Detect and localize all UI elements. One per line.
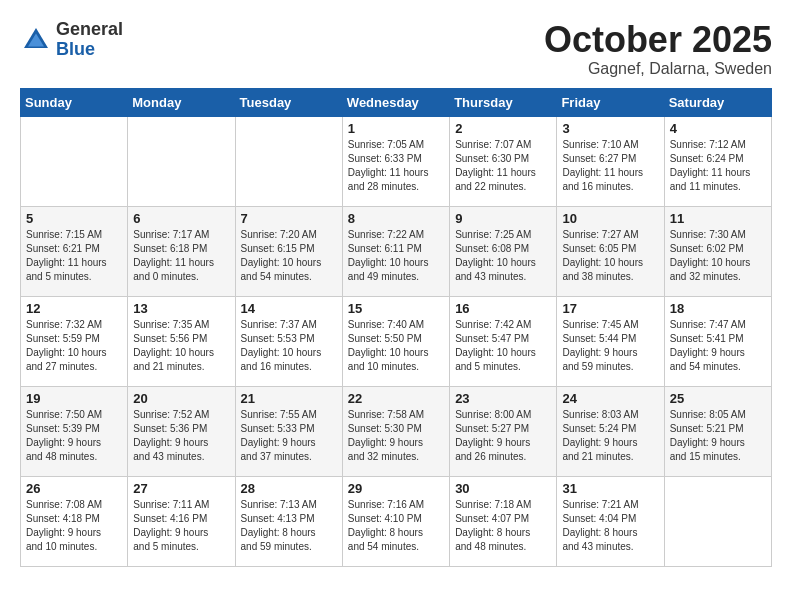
day-info: Sunrise: 7:13 AM Sunset: 4:13 PM Dayligh…	[241, 498, 337, 554]
calendar-cell: 19Sunrise: 7:50 AM Sunset: 5:39 PM Dayli…	[21, 386, 128, 476]
day-number: 6	[133, 211, 229, 226]
page-header: General Blue October 2025 Gagnef, Dalarn…	[20, 20, 772, 78]
day-info: Sunrise: 7:07 AM Sunset: 6:30 PM Dayligh…	[455, 138, 551, 194]
calendar-cell: 16Sunrise: 7:42 AM Sunset: 5:47 PM Dayli…	[450, 296, 557, 386]
calendar-cell: 5Sunrise: 7:15 AM Sunset: 6:21 PM Daylig…	[21, 206, 128, 296]
day-info: Sunrise: 7:42 AM Sunset: 5:47 PM Dayligh…	[455, 318, 551, 374]
weekday-header-friday: Friday	[557, 88, 664, 116]
day-number: 26	[26, 481, 122, 496]
logo-icon	[20, 24, 52, 56]
calendar-cell: 28Sunrise: 7:13 AM Sunset: 4:13 PM Dayli…	[235, 476, 342, 566]
day-info: Sunrise: 7:16 AM Sunset: 4:10 PM Dayligh…	[348, 498, 444, 554]
location-subtitle: Gagnef, Dalarna, Sweden	[544, 60, 772, 78]
day-info: Sunrise: 7:17 AM Sunset: 6:18 PM Dayligh…	[133, 228, 229, 284]
calendar-cell	[664, 476, 771, 566]
calendar-cell: 21Sunrise: 7:55 AM Sunset: 5:33 PM Dayli…	[235, 386, 342, 476]
day-number: 27	[133, 481, 229, 496]
calendar-cell: 20Sunrise: 7:52 AM Sunset: 5:36 PM Dayli…	[128, 386, 235, 476]
day-info: Sunrise: 7:40 AM Sunset: 5:50 PM Dayligh…	[348, 318, 444, 374]
calendar-cell: 15Sunrise: 7:40 AM Sunset: 5:50 PM Dayli…	[342, 296, 449, 386]
day-number: 4	[670, 121, 766, 136]
day-info: Sunrise: 7:58 AM Sunset: 5:30 PM Dayligh…	[348, 408, 444, 464]
calendar-cell: 26Sunrise: 7:08 AM Sunset: 4:18 PM Dayli…	[21, 476, 128, 566]
weekday-header-saturday: Saturday	[664, 88, 771, 116]
calendar-cell: 24Sunrise: 8:03 AM Sunset: 5:24 PM Dayli…	[557, 386, 664, 476]
day-info: Sunrise: 7:52 AM Sunset: 5:36 PM Dayligh…	[133, 408, 229, 464]
day-number: 7	[241, 211, 337, 226]
calendar-cell: 12Sunrise: 7:32 AM Sunset: 5:59 PM Dayli…	[21, 296, 128, 386]
day-number: 16	[455, 301, 551, 316]
day-number: 30	[455, 481, 551, 496]
day-info: Sunrise: 7:30 AM Sunset: 6:02 PM Dayligh…	[670, 228, 766, 284]
weekday-header-row: SundayMondayTuesdayWednesdayThursdayFrid…	[21, 88, 772, 116]
day-number: 19	[26, 391, 122, 406]
logo-text: General Blue	[56, 20, 123, 60]
week-row-5: 26Sunrise: 7:08 AM Sunset: 4:18 PM Dayli…	[21, 476, 772, 566]
calendar-cell: 14Sunrise: 7:37 AM Sunset: 5:53 PM Dayli…	[235, 296, 342, 386]
day-number: 3	[562, 121, 658, 136]
day-number: 2	[455, 121, 551, 136]
calendar-table: SundayMondayTuesdayWednesdayThursdayFrid…	[20, 88, 772, 567]
calendar-cell: 23Sunrise: 8:00 AM Sunset: 5:27 PM Dayli…	[450, 386, 557, 476]
calendar-cell: 31Sunrise: 7:21 AM Sunset: 4:04 PM Dayli…	[557, 476, 664, 566]
calendar-cell: 29Sunrise: 7:16 AM Sunset: 4:10 PM Dayli…	[342, 476, 449, 566]
week-row-2: 5Sunrise: 7:15 AM Sunset: 6:21 PM Daylig…	[21, 206, 772, 296]
day-number: 11	[670, 211, 766, 226]
week-row-4: 19Sunrise: 7:50 AM Sunset: 5:39 PM Dayli…	[21, 386, 772, 476]
calendar-cell: 9Sunrise: 7:25 AM Sunset: 6:08 PM Daylig…	[450, 206, 557, 296]
day-info: Sunrise: 7:15 AM Sunset: 6:21 PM Dayligh…	[26, 228, 122, 284]
day-number: 9	[455, 211, 551, 226]
day-info: Sunrise: 7:18 AM Sunset: 4:07 PM Dayligh…	[455, 498, 551, 554]
day-info: Sunrise: 7:27 AM Sunset: 6:05 PM Dayligh…	[562, 228, 658, 284]
calendar-cell: 8Sunrise: 7:22 AM Sunset: 6:11 PM Daylig…	[342, 206, 449, 296]
calendar-cell: 17Sunrise: 7:45 AM Sunset: 5:44 PM Dayli…	[557, 296, 664, 386]
day-number: 21	[241, 391, 337, 406]
day-number: 10	[562, 211, 658, 226]
day-number: 23	[455, 391, 551, 406]
day-info: Sunrise: 7:05 AM Sunset: 6:33 PM Dayligh…	[348, 138, 444, 194]
weekday-header-wednesday: Wednesday	[342, 88, 449, 116]
weekday-header-thursday: Thursday	[450, 88, 557, 116]
calendar-cell: 13Sunrise: 7:35 AM Sunset: 5:56 PM Dayli…	[128, 296, 235, 386]
day-info: Sunrise: 8:05 AM Sunset: 5:21 PM Dayligh…	[670, 408, 766, 464]
calendar-cell	[128, 116, 235, 206]
day-info: Sunrise: 7:22 AM Sunset: 6:11 PM Dayligh…	[348, 228, 444, 284]
day-info: Sunrise: 7:37 AM Sunset: 5:53 PM Dayligh…	[241, 318, 337, 374]
day-number: 29	[348, 481, 444, 496]
calendar-cell: 11Sunrise: 7:30 AM Sunset: 6:02 PM Dayli…	[664, 206, 771, 296]
day-number: 18	[670, 301, 766, 316]
day-number: 22	[348, 391, 444, 406]
title-block: October 2025 Gagnef, Dalarna, Sweden	[544, 20, 772, 78]
week-row-3: 12Sunrise: 7:32 AM Sunset: 5:59 PM Dayli…	[21, 296, 772, 386]
calendar-cell: 22Sunrise: 7:58 AM Sunset: 5:30 PM Dayli…	[342, 386, 449, 476]
calendar-cell: 1Sunrise: 7:05 AM Sunset: 6:33 PM Daylig…	[342, 116, 449, 206]
day-number: 5	[26, 211, 122, 226]
day-info: Sunrise: 7:55 AM Sunset: 5:33 PM Dayligh…	[241, 408, 337, 464]
day-info: Sunrise: 7:12 AM Sunset: 6:24 PM Dayligh…	[670, 138, 766, 194]
weekday-header-tuesday: Tuesday	[235, 88, 342, 116]
day-info: Sunrise: 7:47 AM Sunset: 5:41 PM Dayligh…	[670, 318, 766, 374]
day-number: 25	[670, 391, 766, 406]
calendar-cell: 18Sunrise: 7:47 AM Sunset: 5:41 PM Dayli…	[664, 296, 771, 386]
day-info: Sunrise: 8:03 AM Sunset: 5:24 PM Dayligh…	[562, 408, 658, 464]
weekday-header-sunday: Sunday	[21, 88, 128, 116]
day-info: Sunrise: 7:08 AM Sunset: 4:18 PM Dayligh…	[26, 498, 122, 554]
day-info: Sunrise: 7:21 AM Sunset: 4:04 PM Dayligh…	[562, 498, 658, 554]
logo: General Blue	[20, 20, 123, 60]
day-info: Sunrise: 7:11 AM Sunset: 4:16 PM Dayligh…	[133, 498, 229, 554]
day-number: 12	[26, 301, 122, 316]
calendar-cell: 6Sunrise: 7:17 AM Sunset: 6:18 PM Daylig…	[128, 206, 235, 296]
calendar-cell: 4Sunrise: 7:12 AM Sunset: 6:24 PM Daylig…	[664, 116, 771, 206]
day-number: 28	[241, 481, 337, 496]
weekday-header-monday: Monday	[128, 88, 235, 116]
day-number: 13	[133, 301, 229, 316]
day-number: 1	[348, 121, 444, 136]
day-info: Sunrise: 7:25 AM Sunset: 6:08 PM Dayligh…	[455, 228, 551, 284]
calendar-cell: 7Sunrise: 7:20 AM Sunset: 6:15 PM Daylig…	[235, 206, 342, 296]
day-info: Sunrise: 7:32 AM Sunset: 5:59 PM Dayligh…	[26, 318, 122, 374]
calendar-cell: 10Sunrise: 7:27 AM Sunset: 6:05 PM Dayli…	[557, 206, 664, 296]
day-info: Sunrise: 7:10 AM Sunset: 6:27 PM Dayligh…	[562, 138, 658, 194]
day-info: Sunrise: 7:50 AM Sunset: 5:39 PM Dayligh…	[26, 408, 122, 464]
day-number: 17	[562, 301, 658, 316]
day-info: Sunrise: 7:20 AM Sunset: 6:15 PM Dayligh…	[241, 228, 337, 284]
